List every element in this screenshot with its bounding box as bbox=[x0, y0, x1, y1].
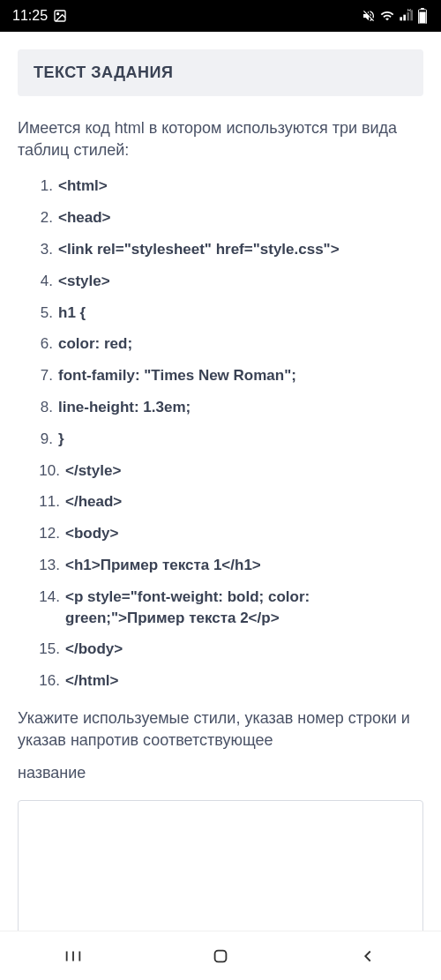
list-item: color: red; bbox=[28, 333, 423, 355]
task-header: ТЕКСТ ЗАДАНИЯ bbox=[18, 49, 423, 96]
svg-rect-9 bbox=[419, 12, 425, 24]
code-line: </head> bbox=[65, 491, 122, 512]
nav-bar bbox=[0, 931, 441, 980]
code-line: h1 { bbox=[58, 303, 86, 324]
list-item: line-height: 1.3em; bbox=[28, 397, 423, 418]
status-right: R bbox=[362, 8, 429, 24]
list-item: </style> bbox=[28, 460, 423, 482]
list-item: <body> bbox=[28, 523, 423, 544]
code-line: <html> bbox=[58, 176, 108, 197]
code-line: </style> bbox=[65, 460, 121, 482]
code-line: color: red; bbox=[58, 333, 132, 355]
list-item: <style> bbox=[28, 271, 423, 292]
list-item: <link rel="stylesheet" href="style.css"> bbox=[28, 239, 423, 260]
code-line: <body> bbox=[65, 523, 118, 544]
list-item: font-family: "Times New Roman"; bbox=[28, 365, 423, 386]
list-item: </body> bbox=[28, 639, 423, 660]
svg-rect-3 bbox=[403, 15, 406, 21]
battery-icon bbox=[416, 8, 429, 24]
outro-text-1: Укажите используемые стили, указав номер… bbox=[18, 707, 423, 752]
code-line: line-height: 1.3em; bbox=[58, 397, 191, 418]
code-line: font-family: "Times New Roman"; bbox=[58, 365, 296, 386]
signal-icon: R bbox=[399, 9, 413, 23]
recent-apps-button[interactable] bbox=[47, 939, 100, 974]
mute-icon bbox=[362, 9, 376, 23]
list-item: h1 { bbox=[28, 303, 423, 324]
task-header-title: ТЕКСТ ЗАДАНИЯ bbox=[34, 64, 407, 82]
code-line: </html> bbox=[65, 670, 118, 692]
code-line: } bbox=[58, 429, 64, 450]
outro-text-2: название bbox=[18, 764, 423, 782]
list-item: } bbox=[28, 429, 423, 450]
status-time: 11:25 bbox=[12, 8, 48, 24]
image-icon bbox=[53, 9, 67, 23]
code-line: <style> bbox=[58, 271, 110, 292]
intro-text: Имеется код html в котором используются … bbox=[18, 117, 423, 161]
code-line: <head> bbox=[58, 207, 111, 228]
list-item: <html> bbox=[28, 176, 423, 197]
back-button[interactable] bbox=[341, 939, 394, 974]
svg-rect-13 bbox=[215, 950, 227, 961]
status-left: 11:25 bbox=[12, 8, 67, 24]
home-button[interactable] bbox=[194, 939, 247, 974]
list-item: </html> bbox=[28, 670, 423, 692]
status-bar: 11:25 R bbox=[0, 0, 441, 32]
svg-text:R: R bbox=[407, 9, 411, 12]
list-item: <h1>Пример текста 1</h1> bbox=[28, 555, 423, 576]
svg-rect-4 bbox=[407, 12, 409, 20]
list-item: <p style="font-weight: bold; color: gree… bbox=[28, 587, 423, 629]
code-list: <html> <head> <link rel="stylesheet" hre… bbox=[18, 176, 423, 692]
code-line: </body> bbox=[65, 639, 123, 660]
list-item: </head> bbox=[28, 491, 423, 512]
wifi-icon bbox=[379, 9, 395, 23]
code-line: <link rel="stylesheet" href="style.css"> bbox=[58, 239, 340, 260]
content-area: ТЕКСТ ЗАДАНИЯ Имеется код html в котором… bbox=[0, 32, 441, 931]
svg-rect-2 bbox=[400, 17, 402, 20]
svg-point-1 bbox=[57, 13, 59, 15]
answer-input[interactable] bbox=[18, 800, 423, 931]
code-line: <p style="font-weight: bold; color: gree… bbox=[65, 587, 423, 629]
list-item: <head> bbox=[28, 207, 423, 228]
code-line: <h1>Пример текста 1</h1> bbox=[65, 555, 261, 576]
